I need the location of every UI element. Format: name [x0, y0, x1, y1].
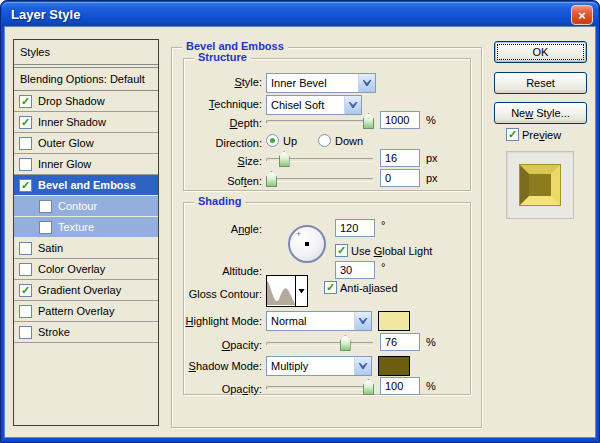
style-item-label: Bevel and Emboss	[38, 179, 136, 191]
style-item[interactable]: ✓ Drop Shadow	[14, 91, 158, 112]
preview-toggle[interactable]: ✓ Preview	[506, 128, 561, 141]
highlight-mode-dropdown[interactable]: Normal	[266, 311, 372, 331]
style-item[interactable]: Inner Glow	[14, 154, 158, 175]
titlebar[interactable]: Layer Style ×	[2, 2, 598, 27]
style-item-label: Inner Glow	[38, 158, 91, 170]
slider-track[interactable]	[266, 120, 374, 124]
sidebar-item-blending-options[interactable]: Blending Options: Default	[14, 68, 158, 91]
style-item-label: Inner Shadow	[38, 116, 106, 128]
altitude-field[interactable]	[335, 261, 375, 279]
style-checkbox[interactable]	[19, 305, 32, 318]
radio-icon[interactable]	[266, 134, 279, 147]
style-checkbox[interactable]	[19, 137, 32, 150]
style-item-label: Drop Shadow	[38, 95, 105, 107]
style-item[interactable]: Outer Glow	[14, 133, 158, 154]
size-label: Size:	[184, 155, 262, 167]
style-checkbox[interactable]	[19, 263, 32, 276]
technique-dropdown[interactable]: Chisel Soft	[266, 95, 362, 115]
depth-field[interactable]	[380, 111, 420, 129]
reset-button[interactable]: Reset	[494, 72, 587, 94]
style-dropdown[interactable]: Inner Bevel	[266, 73, 376, 93]
soften-slider[interactable]	[266, 171, 374, 188]
style-checkbox[interactable]: ✓	[19, 284, 32, 297]
shadow-opacity-slider[interactable]	[266, 379, 374, 396]
styles-list-header[interactable]: Styles	[14, 40, 158, 65]
styles-list: Styles Blending Options: Default ✓ Drop …	[13, 39, 159, 426]
highlight-color-swatch[interactable]	[378, 311, 410, 331]
style-checkbox[interactable]	[19, 242, 32, 255]
shadow-mode-dropdown[interactable]: Multiply	[266, 356, 372, 376]
use-global-light-label: Use Global Light	[351, 245, 432, 257]
soften-field[interactable]	[380, 169, 420, 187]
style-item[interactable]: Satin	[14, 238, 158, 259]
style-item-label: Satin	[38, 242, 63, 254]
style-item[interactable]: Stroke	[14, 322, 158, 343]
contour-dropdown-arrow[interactable]	[295, 276, 307, 306]
shadow-opacity-unit: %	[426, 380, 436, 392]
style-item[interactable]: ✓ Bevel and Emboss	[14, 175, 158, 196]
technique-label: Technique:	[184, 98, 262, 110]
altitude-label: Altitude:	[184, 265, 262, 277]
style-checkbox[interactable]: ✓	[19, 95, 32, 108]
chevron-down-icon[interactable]	[358, 74, 375, 92]
radio-icon[interactable]	[318, 134, 331, 147]
highlight-opacity-thumb[interactable]	[340, 335, 351, 351]
style-item[interactable]: Color Overlay	[14, 259, 158, 280]
chevron-down-icon[interactable]	[344, 96, 361, 114]
style-item[interactable]: Pattern Overlay	[14, 301, 158, 322]
highlight-opacity-unit: %	[426, 336, 436, 348]
style-item-label: Color Overlay	[38, 263, 105, 275]
close-button[interactable]: ×	[571, 5, 593, 25]
style-checkbox[interactable]	[19, 158, 32, 171]
highlight-mode-value: Normal	[267, 315, 354, 327]
slider-track[interactable]	[266, 386, 374, 390]
shadow-mode-label: Shadow Mode:	[184, 360, 262, 372]
angle-field[interactable]	[335, 219, 375, 237]
use-global-light-checkbox[interactable]: ✓	[335, 244, 348, 257]
styles-list-items: ✓ Drop Shadow ✓ Inner Shadow Outer Glow …	[14, 91, 158, 343]
style-item[interactable]: Contour	[14, 196, 158, 217]
highlight-opacity-slider[interactable]	[266, 335, 374, 352]
shadow-opacity-field[interactable]	[380, 377, 420, 395]
highlight-opacity-field[interactable]	[380, 333, 420, 351]
ok-button[interactable]: OK	[494, 41, 587, 63]
soften-slider-thumb[interactable]	[266, 171, 277, 187]
structure-title: Structure	[194, 51, 251, 63]
direction-up-label: Up	[283, 135, 297, 147]
angle-dial[interactable]: +	[288, 225, 326, 263]
size-field[interactable]	[380, 149, 420, 167]
new-style-button[interactable]: New Style...	[494, 102, 587, 124]
gloss-contour-picker[interactable]	[266, 275, 308, 307]
direction-up-radio[interactable]: Up	[266, 134, 297, 147]
size-slider-thumb[interactable]	[279, 151, 290, 167]
style-checkbox[interactable]	[19, 326, 32, 339]
direction-down-label: Down	[335, 135, 363, 147]
style-checkbox[interactable]	[39, 221, 52, 234]
style-item[interactable]: Texture	[14, 217, 158, 238]
style-item-label: Texture	[58, 221, 94, 233]
style-item[interactable]: ✓ Gradient Overlay	[14, 280, 158, 301]
shadow-opacity-thumb[interactable]	[363, 379, 374, 395]
preview-checkbox[interactable]: ✓	[506, 128, 519, 141]
chevron-down-icon[interactable]	[354, 312, 371, 330]
depth-slider[interactable]	[266, 113, 374, 130]
altitude-unit: °	[381, 261, 385, 273]
style-checkbox[interactable]: ✓	[19, 179, 32, 192]
shadow-color-swatch[interactable]	[378, 356, 410, 376]
style-item[interactable]: ✓ Inner Shadow	[14, 112, 158, 133]
slider-track[interactable]	[266, 178, 374, 182]
style-checkbox[interactable]: ✓	[19, 116, 32, 129]
anti-aliased-checkbox[interactable]: ✓	[324, 281, 337, 294]
chevron-down-icon[interactable]	[354, 357, 371, 375]
style-checkbox[interactable]	[39, 200, 52, 213]
gloss-contour-thumbnail	[267, 276, 295, 306]
direction-down-radio[interactable]: Down	[318, 134, 363, 147]
highlight-opacity-label: Opacity:	[184, 339, 262, 351]
depth-slider-thumb[interactable]	[363, 113, 374, 129]
slider-track[interactable]	[266, 342, 374, 346]
size-slider[interactable]	[266, 151, 374, 168]
close-icon: ×	[578, 8, 586, 23]
check-icon: ✓	[326, 281, 335, 293]
style-dropdown-value: Inner Bevel	[267, 77, 358, 89]
check-icon: ✓	[508, 128, 517, 140]
